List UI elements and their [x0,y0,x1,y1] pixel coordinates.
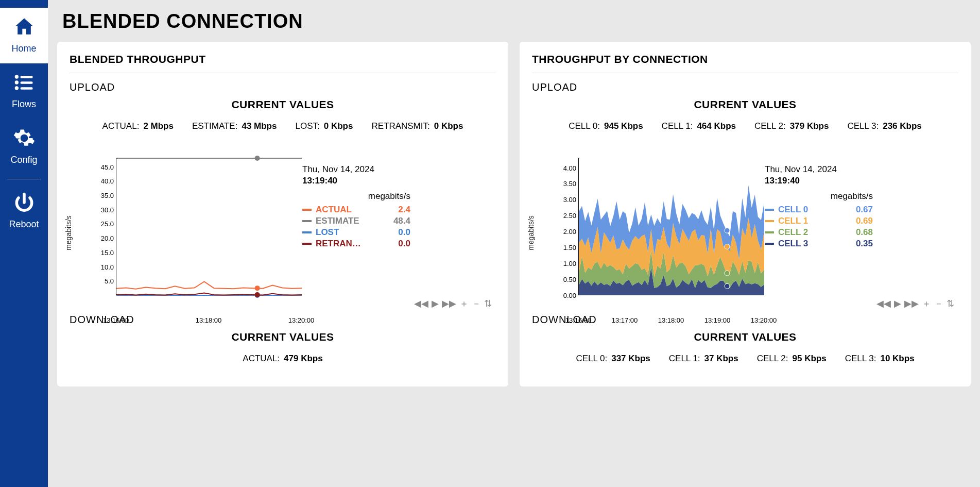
plot-area [578,158,764,295]
download-cv-row: CELL 0:337 KbpsCELL 1:37 KbpsCELL 2:95 K… [532,354,958,364]
legend-row: CELL 10.69 [765,216,873,226]
rewind-icon[interactable]: ◀◀ [876,298,891,309]
cv-value: 10 Kbps [880,354,914,364]
chart-wrap: megabits/s5.010.015.020.025.030.035.040.… [70,144,496,314]
cv-key: RETRANSMIT: [371,121,429,131]
cv-key: CELL 2: [757,354,788,364]
cv-title: CURRENT VALUES [70,98,496,111]
plot-area [116,158,301,295]
cv-key: CELL 3: [845,354,876,364]
x-tick: 13:17:00 [612,316,638,324]
legend-row: CELL 00.67 [765,205,873,215]
sort-icon[interactable]: ⇅ [947,298,954,309]
cv-value: 0 Kbps [434,121,463,131]
chart-controls: ◀◀▶▶▶＋－⇅ [876,297,954,310]
y-tick: 25.0 [93,220,114,228]
cv-title: CURRENT VALUES [532,331,958,343]
legend-name: ESTIMATE [316,216,389,226]
x-tick: 13:18:00 [196,316,222,324]
legend-swatch [302,220,312,222]
plus-icon[interactable]: ＋ [922,297,931,310]
forward-icon[interactable]: ▶▶ [442,298,456,309]
line-chart-svg [116,158,302,295]
y-tick: 40.0 [93,177,114,185]
plus-icon[interactable]: ＋ [459,297,469,310]
chart-controls: ◀◀▶▶▶＋－⇅ [414,297,492,310]
y-tick: 15.0 [93,248,114,256]
y-tick: 2.50 [556,212,576,220]
sidebar-item-flows[interactable]: Flows [0,63,48,119]
gear-icon [13,127,36,149]
legend-swatch [302,209,312,211]
sidebar-item-config[interactable]: Config [0,119,48,175]
legend-name: RETRAN… [316,239,394,249]
cv-pair: ACTUAL:2 Mbps [102,121,174,131]
svg-point-4 [14,86,18,90]
legend-value: 48.4 [393,216,410,226]
cv-value: 945 Kbps [604,121,643,131]
legend-unit: megabits/s [302,191,410,201]
cv-value: 337 Kbps [611,354,650,364]
cv-value: 479 Kbps [284,354,323,364]
chart-legend: Thu, Nov 14, 202413:19:40megabits/sACTUA… [302,144,410,314]
upload-cv-row: ACTUAL:2 MbpsESTIMATE:43 MbpsLOST:0 Kbps… [70,121,496,131]
svg-point-11 [725,271,730,276]
x-tick: 13:19:00 [704,316,731,324]
cv-pair: CELL 0:945 Kbps [569,121,643,131]
legend-row: CELL 30.35 [765,239,873,249]
cv-pair: ESTIMATE:43 Mbps [192,121,277,131]
cv-value: 2 Mbps [143,121,174,131]
cv-pair: CELL 3:236 Kbps [847,121,921,131]
cv-pair: CELL 1:37 Kbps [669,354,738,364]
y-tick: 2.00 [556,228,576,236]
rewind-icon[interactable]: ◀◀ [414,298,428,309]
upload-label: UPLOAD [532,81,958,93]
cv-pair: ACTUAL:479 Kbps [243,354,322,364]
panel-blended: BLENDED THROUGHPUTUPLOADCURRENT VALUESAC… [57,42,508,387]
legend-value: 0.35 [856,239,873,249]
x-tick: 13:20:00 [751,316,777,324]
y-tick: 30.0 [93,206,114,213]
play-icon[interactable]: ▶ [894,298,901,309]
legend-swatch [765,220,774,222]
forward-icon[interactable]: ▶▶ [904,298,919,309]
download-label: DOWNLOAD [532,314,958,326]
legend-value: 0.69 [856,216,873,226]
legend-swatch [765,231,774,233]
minus-icon[interactable]: － [472,297,481,310]
minus-icon[interactable]: － [934,297,943,310]
cv-key: CELL 1: [662,121,693,131]
chart-wrap: megabits/s0.000.501.001.502.002.503.003.… [532,144,958,314]
cv-value: 236 Kbps [883,121,922,131]
cv-key: ESTIMATE: [192,121,237,131]
sidebar-item-label: Flows [12,99,36,110]
sidebar-item-home[interactable]: Home [0,8,48,63]
chart-box: megabits/s0.000.501.001.502.002.503.003.… [537,144,759,314]
cv-value: 0 Kbps [324,121,353,131]
chart-ctrl-wrap: megabits/s5.010.015.020.025.030.035.040.… [70,144,496,314]
cv-title: CURRENT VALUES [70,331,496,343]
y-tick: 0.50 [556,276,576,283]
svg-point-9 [255,292,260,297]
legend-time: 13:19:40 [765,176,873,186]
legend-row: RETRAN…0.0 [302,239,410,249]
legend-name: ACTUAL [316,205,394,215]
divider [532,73,958,73]
panel-title: BLENDED THROUGHPUT [70,53,496,65]
x-tick: 13:16:00 [565,316,592,324]
chart-box: megabits/s5.010.015.020.025.030.035.040.… [75,144,296,314]
play-icon[interactable]: ▶ [432,298,439,309]
home-icon [13,15,36,38]
sidebar-item-label: Config [10,155,37,165]
sidebar-item-reboot[interactable]: Reboot [0,183,48,239]
cv-key: CELL 0: [576,354,607,364]
svg-rect-1 [20,76,32,78]
y-axis-label: megabits/s [64,215,73,250]
sort-icon[interactable]: ⇅ [484,298,492,309]
svg-point-0 [14,75,18,78]
cv-pair: LOST:0 Kbps [295,121,353,131]
sidebar-divider [7,179,41,179]
chart-ctrl-wrap: megabits/s0.000.501.001.502.002.503.003.… [532,144,958,314]
legend-swatch [302,231,312,233]
legend-swatch [765,243,774,245]
